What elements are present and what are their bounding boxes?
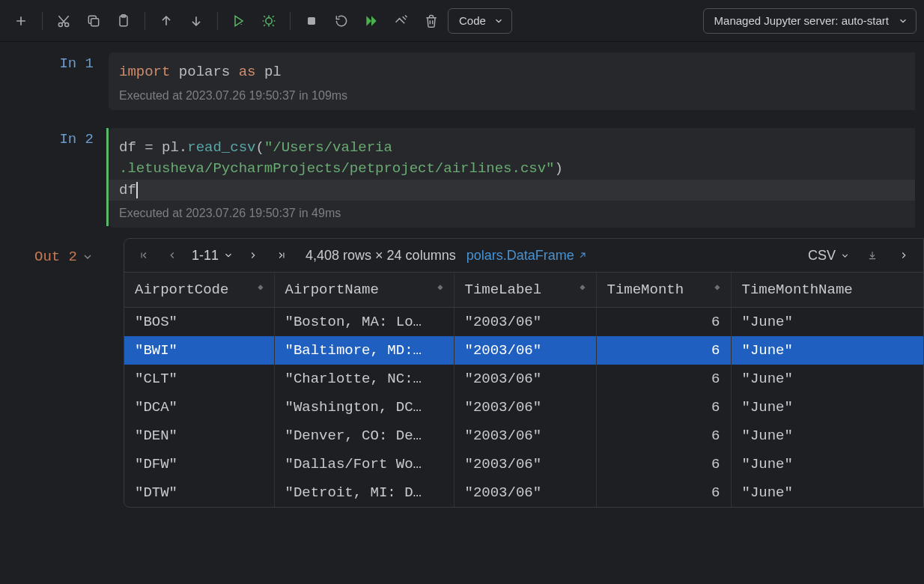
copy-button[interactable]: [80, 7, 107, 34]
execution-meta: Executed at 2023.07.26 19:50:37 in 49ms: [119, 207, 905, 220]
dataframe-type-text: polars.DataFrame: [466, 248, 574, 264]
code-line[interactable]: import polars as pl: [119, 61, 905, 83]
table-cell[interactable]: "CLT": [124, 365, 274, 393]
execution-meta: Executed at 2023.07.26 19:50:37 in 109ms: [119, 89, 905, 103]
prev-page-button[interactable]: [163, 246, 181, 264]
table-cell[interactable]: "June": [731, 450, 923, 478]
table-cell[interactable]: "2003/06": [454, 308, 596, 337]
output-label-text: Out 2: [34, 249, 77, 265]
cell-label: In 1: [0, 42, 109, 118]
cell-body[interactable]: df = pl.read_csv("/Users/valeria .letush…: [109, 118, 924, 236]
sort-icon: ◆: [580, 282, 585, 293]
svg-point-1: [65, 22, 69, 26]
table-row[interactable]: "DEN""Denver, CO: De…"2003/06"6"June": [124, 422, 923, 450]
column-name: TimeMonth: [607, 282, 684, 298]
column-header[interactable]: TimeMonth◆: [596, 273, 731, 308]
jupyter-server-dropdown[interactable]: Managed Jupyter server: auto-start: [703, 8, 917, 34]
table-cell[interactable]: "2003/06": [454, 365, 596, 393]
dataframe-toolbar: 1-11 4,408 rows × 24 columns polars.Data…: [124, 239, 923, 272]
clear-outputs-button[interactable]: [388, 7, 415, 34]
column-header[interactable]: AirportName◆: [274, 273, 454, 308]
header-row: AirportCode◆ AirportName◆ TimeLabel◆ Tim…: [124, 273, 923, 308]
export-format-dropdown[interactable]: CSV: [808, 248, 850, 264]
separator: [145, 12, 145, 30]
table-cell[interactable]: "2003/06": [454, 450, 596, 478]
first-page-button[interactable]: [135, 246, 153, 264]
chevron-down-icon: [898, 16, 908, 26]
output-body: 1-11 4,408 rows × 24 columns polars.Data…: [109, 235, 924, 508]
column-header[interactable]: TimeMonthName: [731, 273, 923, 308]
table-cell[interactable]: "June": [731, 365, 923, 393]
run-all-button[interactable]: [358, 7, 385, 34]
table-cell[interactable]: "Dallas/Fort Wo…: [274, 450, 454, 478]
table-cell[interactable]: "DTW": [124, 478, 274, 507]
more-columns-button[interactable]: [895, 246, 913, 264]
cell-body[interactable]: import polars as pl Executed at 2023.07.…: [109, 42, 924, 118]
table-cell[interactable]: "2003/06": [454, 393, 596, 422]
delete-cell-button[interactable]: [418, 7, 445, 34]
table-cell[interactable]: "2003/06": [454, 422, 596, 450]
dataframe-type-link[interactable]: polars.DataFrame: [466, 248, 588, 264]
table-cell[interactable]: 6: [596, 308, 731, 337]
table-cell[interactable]: "June": [731, 422, 923, 450]
table-cell[interactable]: "BOS": [124, 308, 274, 337]
table-cell[interactable]: 6: [596, 450, 731, 478]
table-cell[interactable]: "Washington, DC…: [274, 393, 454, 422]
table-cell[interactable]: "June": [731, 478, 923, 507]
column-name: AirportName: [285, 282, 379, 298]
table-row[interactable]: "DFW""Dallas/Fort Wo…"2003/06"6"June": [124, 450, 923, 478]
table-cell[interactable]: "DEN": [124, 422, 274, 450]
move-down-button[interactable]: [183, 7, 210, 34]
table-cell[interactable]: "June": [731, 393, 923, 422]
table-cell[interactable]: 6: [596, 422, 731, 450]
table-cell[interactable]: "Charlotte, NC:…: [274, 365, 454, 393]
code-line[interactable]: .letusheva/PycharmProjects/petproject/ai…: [119, 158, 905, 180]
download-button[interactable]: [863, 246, 881, 264]
debug-cell-button[interactable]: [255, 7, 282, 34]
svg-point-0: [58, 22, 62, 26]
add-cell-button[interactable]: [7, 7, 34, 34]
table-cell[interactable]: 6: [596, 336, 731, 365]
cell-label: In 2: [0, 118, 109, 236]
cell-type-label: Code: [459, 14, 486, 27]
table-cell[interactable]: "June": [731, 336, 923, 365]
table-cell[interactable]: "Baltimore, MD:…: [274, 336, 454, 365]
paste-button[interactable]: [110, 7, 137, 34]
next-page-button[interactable]: [244, 246, 262, 264]
column-header[interactable]: AirportCode◆: [124, 273, 274, 308]
output-label[interactable]: Out 2: [34, 249, 94, 265]
table-cell[interactable]: "2003/06": [454, 478, 596, 507]
table-cell[interactable]: "Boston, MA: Lo…: [274, 308, 454, 337]
run-cell-button[interactable]: [225, 7, 252, 34]
restart-button[interactable]: [328, 7, 355, 34]
table-cell[interactable]: "Detroit, MI: D…: [274, 478, 454, 507]
cut-button[interactable]: [50, 7, 77, 34]
table-cell[interactable]: 6: [596, 393, 731, 422]
last-page-button[interactable]: [273, 246, 291, 264]
table-row[interactable]: "CLT""Charlotte, NC:…"2003/06"6"June": [124, 365, 923, 393]
table-row[interactable]: "BOS""Boston, MA: Lo…"2003/06"6"June": [124, 308, 923, 337]
cell-type-dropdown[interactable]: Code: [448, 8, 512, 34]
move-up-button[interactable]: [153, 7, 180, 34]
sort-icon: ◆: [437, 282, 443, 293]
cell-out-2: Out 2 1-11 4,408 rows × 24 columns: [0, 235, 924, 508]
table-cell[interactable]: "Denver, CO: De…: [274, 422, 454, 450]
cell-in-1: In 1 import polars as pl Executed at 202…: [0, 42, 924, 118]
table-cell[interactable]: "DFW": [124, 450, 274, 478]
code-line[interactable]: df = pl.read_csv("/Users/valeria: [119, 137, 905, 159]
stop-button[interactable]: [298, 7, 325, 34]
table-cell[interactable]: 6: [596, 365, 731, 393]
separator: [217, 12, 218, 30]
column-header[interactable]: TimeLabel◆: [454, 273, 596, 308]
table-cell[interactable]: 6: [596, 478, 731, 507]
page-range-dropdown[interactable]: 1-11: [192, 248, 234, 264]
table-cell[interactable]: "BWI": [124, 336, 274, 365]
table-row[interactable]: "BWI""Baltimore, MD:…"2003/06"6"June": [124, 336, 923, 365]
table-cell[interactable]: "DCA": [124, 393, 274, 422]
code-line[interactable]: df: [119, 182, 138, 198]
table-row[interactable]: "DTW""Detroit, MI: D…"2003/06"6"June": [124, 478, 923, 507]
table-cell[interactable]: "June": [731, 308, 923, 337]
table-row[interactable]: "DCA""Washington, DC…"2003/06"6"June": [124, 393, 923, 422]
table-cell[interactable]: "2003/06": [454, 336, 596, 365]
svg-point-5: [266, 17, 272, 23]
